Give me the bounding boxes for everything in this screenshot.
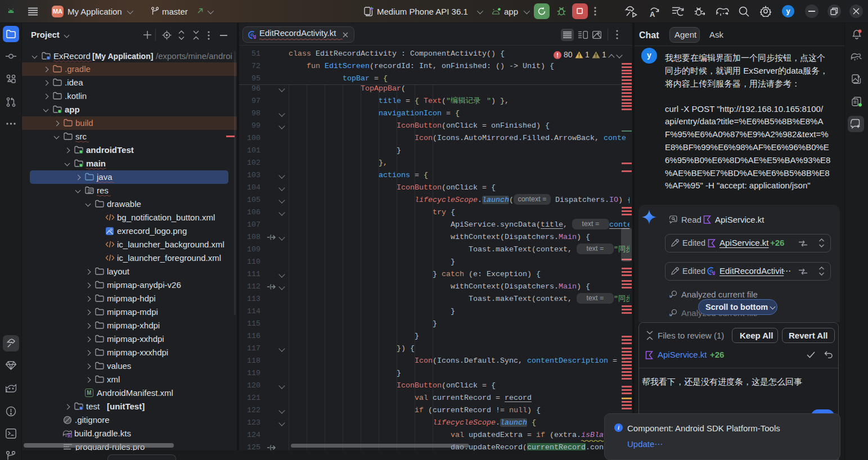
svg-text:A: A [650,10,655,17]
